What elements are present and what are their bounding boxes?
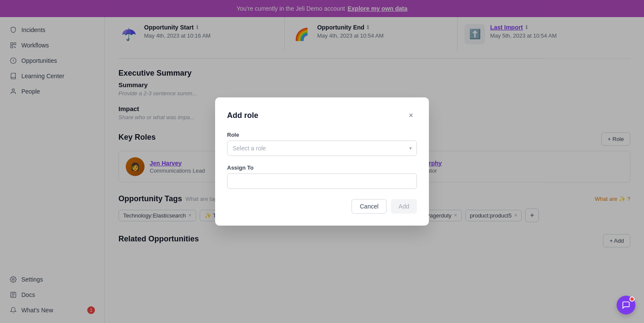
chat-icon	[622, 301, 630, 309]
cancel-button[interactable]: Cancel	[352, 199, 387, 214]
assign-to-form-group: Assign To	[227, 164, 417, 189]
role-label: Role	[227, 132, 417, 138]
role-select-wrapper: Select a role ▾	[227, 141, 417, 156]
add-role-modal: Add role × Role Select a role ▾ Assign T…	[215, 97, 429, 226]
chat-bubble[interactable]	[617, 296, 635, 314]
modal-close-button[interactable]: ×	[405, 109, 417, 121]
modal-title: Add role	[227, 111, 258, 120]
role-select[interactable]: Select a role	[227, 141, 417, 156]
add-button[interactable]: Add	[391, 199, 417, 214]
assign-to-input[interactable]	[227, 173, 417, 189]
role-form-group: Role Select a role ▾	[227, 132, 417, 156]
assign-to-label: Assign To	[227, 164, 417, 171]
chat-badge	[629, 297, 635, 302]
role-select-placeholder: Select a role	[233, 145, 266, 152]
modal-overlay[interactable]: Add role × Role Select a role ▾ Assign T…	[0, 0, 644, 323]
